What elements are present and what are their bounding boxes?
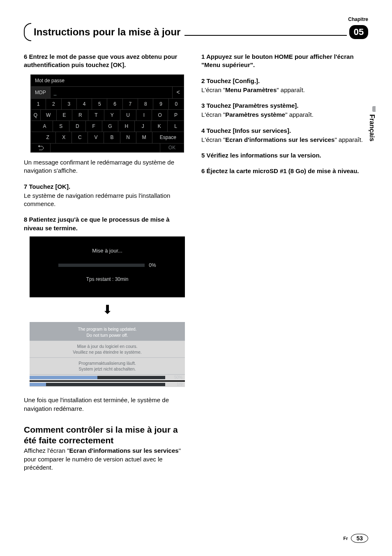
ok-key[interactable]: OK xyxy=(160,144,184,153)
key-s[interactable]: S xyxy=(53,121,69,132)
key-4[interactable]: 4 xyxy=(77,99,92,109)
verify-section-heading: Comment contrôler si la mise à jour a ét… xyxy=(24,424,191,446)
key-k[interactable]: K xyxy=(151,121,168,132)
prog2-en-line2: Do not turn power off. xyxy=(33,332,182,338)
keyboard-figure: Mot de passe MDP _ < 1 2 3 4 5 6 7 xyxy=(30,74,184,153)
title-rule xyxy=(184,35,347,36)
title-decoration xyxy=(24,23,31,41)
key-e[interactable]: E xyxy=(57,110,73,120)
key-p[interactable]: P xyxy=(168,110,184,120)
step-7-body: Le système de navigation redémarre puis … xyxy=(24,192,191,208)
key-z[interactable]: Z xyxy=(40,132,56,143)
key-b[interactable]: B xyxy=(104,132,120,143)
after-keyboard-text: Un message confirmant le redémarrage du … xyxy=(24,158,191,175)
prog2-bar-1 xyxy=(30,376,165,379)
prog2-en-line1: The program is being updated. xyxy=(33,326,182,332)
step-4-heading: 4 Touchez [Infos sur services]. xyxy=(201,127,368,135)
key-8[interactable]: 8 xyxy=(138,99,153,109)
key-o[interactable]: O xyxy=(152,110,168,120)
progress1-percent: 0% xyxy=(149,262,156,269)
key-0[interactable]: 0 xyxy=(169,99,184,109)
page-title: Instructions pour la mise à jour xyxy=(32,26,182,38)
progress-figure-1: Mise à jour... 0% Tps restant : 30min xyxy=(30,236,185,297)
key-2[interactable]: 2 xyxy=(46,99,61,109)
page-footer: Fr 53 xyxy=(343,534,368,543)
progress1-remaining: Tps restant : 30min xyxy=(41,276,173,283)
language-tab: Français xyxy=(368,114,376,141)
step-8-heading: 8 Patientez jusqu'à ce que le processus … xyxy=(24,215,191,232)
key-7[interactable]: 7 xyxy=(123,99,138,109)
step-7-heading: 7 Touchez [OK]. xyxy=(24,183,191,191)
key-n[interactable]: N xyxy=(120,132,136,143)
step-4-body: L'écran "Ecran d'informations sur les se… xyxy=(201,136,368,144)
return-key[interactable]: ⮌ xyxy=(31,144,51,153)
key-c[interactable]: C xyxy=(72,132,88,143)
key-g[interactable]: G xyxy=(102,121,119,132)
key-l[interactable]: L xyxy=(168,121,184,132)
verify-section-body: Affichez l'écran "Ecran d'informations s… xyxy=(24,447,191,472)
footer-page-number: 53 xyxy=(351,534,368,543)
progress1-bar xyxy=(58,264,145,267)
arrow-down-icon: ⬇ xyxy=(30,301,185,318)
step-1-heading: 1 Appuyez sur le bouton HOME pour affich… xyxy=(201,53,368,70)
footer-lang: Fr xyxy=(343,536,348,541)
key-f[interactable]: F xyxy=(86,121,102,132)
step-5-heading: 5 Vérifiez les informations sur la versi… xyxy=(201,151,368,160)
key-d[interactable]: D xyxy=(69,121,86,132)
progress-figure-2: The program is being updated. Do not tur… xyxy=(30,322,185,387)
key-y[interactable]: Y xyxy=(104,110,120,120)
step-2-body: L'écran "Menu Paramètres" apparaît. xyxy=(201,86,368,94)
key-t[interactable]: T xyxy=(88,110,104,120)
key-q[interactable]: Q xyxy=(31,110,41,120)
key-j[interactable]: J xyxy=(135,121,151,132)
key-6[interactable]: 6 xyxy=(107,99,122,109)
side-marker xyxy=(372,106,376,112)
step-3-heading: 3 Touchez [Paramètres système]. xyxy=(201,102,368,110)
key-m[interactable]: M xyxy=(136,132,152,143)
key-h[interactable]: H xyxy=(118,121,135,132)
key-v[interactable]: V xyxy=(88,132,104,143)
key-5[interactable]: 5 xyxy=(92,99,107,109)
keyboard-blank xyxy=(51,144,160,153)
key-i[interactable]: I xyxy=(136,110,152,120)
key-x[interactable]: X xyxy=(56,132,72,143)
prog2-percent-1: 50% xyxy=(165,375,185,380)
key-9[interactable]: 9 xyxy=(153,99,168,109)
prog2-percent-2: 1/9 xyxy=(165,382,185,387)
password-input[interactable]: _ xyxy=(51,87,172,98)
progress1-title: Mise à jour... xyxy=(41,247,173,255)
key-a[interactable]: A xyxy=(37,121,53,132)
after-progress-text: Une fois que l'installation est terminée… xyxy=(24,396,191,413)
key-r[interactable]: R xyxy=(72,110,88,120)
prog2-de-line1: Programmaktualisierung läuft. xyxy=(33,360,182,366)
section-title-bar: Instructions pour la mise à jour 05 xyxy=(24,23,368,41)
key-space[interactable]: Espace xyxy=(152,132,184,143)
backspace-key[interactable]: < xyxy=(172,87,184,98)
left-column: 6 Entrez le mot de passe que vous avez o… xyxy=(24,53,191,472)
key-u[interactable]: U xyxy=(120,110,136,120)
key-3[interactable]: 3 xyxy=(62,99,77,109)
step-3-body: L'écran "Paramètres système" apparaît. xyxy=(201,111,368,119)
keyboard-title: Mot de passe xyxy=(31,75,184,87)
key-1[interactable]: 1 xyxy=(31,99,46,109)
chapter-label: Chapitre xyxy=(348,16,368,22)
step-6r-heading: 6 Éjectez la carte microSD #1 (8 Go) de … xyxy=(201,167,368,175)
step-2-heading: 2 Touchez [Config.]. xyxy=(201,77,368,85)
password-label: MDP xyxy=(31,87,51,98)
prog2-fr-line1: Mise à jour du logiciel en cours. xyxy=(33,343,182,349)
key-w[interactable]: W xyxy=(41,110,57,120)
prog2-de-line2: System jetzt nicht abschalten. xyxy=(33,366,182,372)
prog2-bar-2 xyxy=(30,383,165,386)
chapter-number-badge: 05 xyxy=(349,25,368,39)
step-6-heading: 6 Entrez le mot de passe que vous avez o… xyxy=(24,53,191,70)
right-column: 1 Appuyez sur le bouton HOME pour affich… xyxy=(201,53,368,472)
prog2-fr-line2: Veuillez ne pas éteindre le système. xyxy=(33,349,182,355)
